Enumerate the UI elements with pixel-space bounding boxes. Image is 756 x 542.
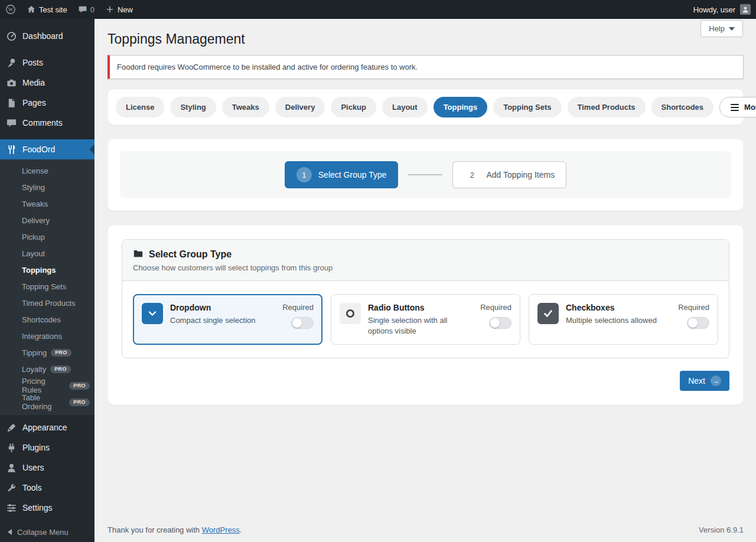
option-card-checkboxes[interactable]: Checkboxes Multiple selections allowed R… [529, 294, 718, 345]
wordpress-link[interactable]: WordPress [202, 525, 240, 534]
tab-layout[interactable]: Layout [382, 97, 428, 117]
sidebar-item-label: Media [22, 78, 45, 87]
sidebar-item-label: Users [22, 463, 44, 472]
sidebar-item-tools[interactable]: Tools [0, 478, 94, 498]
tab-tweaks[interactable]: Tweaks [222, 97, 269, 117]
sidebar-item-pages[interactable]: Pages [0, 93, 94, 113]
sidebar-item-media[interactable]: Media [0, 73, 94, 93]
main-content: Help Toppings Management Foodord require… [94, 19, 756, 542]
settings-sliders-icon [5, 502, 17, 514]
sidebar-subitem-pricing-rules[interactable]: Pricing RulesPRO [0, 377, 94, 394]
tab-delivery[interactable]: Delivery [275, 97, 325, 117]
required-toggle-dropdown[interactable] [291, 317, 314, 329]
comments-icon [5, 117, 17, 129]
tab-topping-sets[interactable]: Topping Sets [493, 97, 561, 117]
current-menu-arrow [89, 144, 94, 155]
toggle-knob [292, 318, 302, 328]
admin-bar-left: W Test site 0 New [0, 0, 138, 19]
menu-separator [0, 46, 94, 53]
sidebar-subitem-table-ordering[interactable]: Table OrderingPRO [0, 394, 94, 410]
sidebar-item-plugins[interactable]: Plugins [0, 437, 94, 458]
step-2-label: Add Topping Items [486, 170, 555, 179]
screen: W Test site 0 New [0, 0, 756, 542]
sidebar-item-foodord[interactable]: FoodOrd [0, 139, 94, 159]
chevron-down-icon [729, 27, 735, 31]
wp-logo-menu[interactable]: W [0, 0, 21, 19]
dashboard-icon [5, 30, 17, 42]
thanks-prefix: Thank you for creating with [107, 525, 202, 534]
user-icon [5, 462, 17, 474]
sidebar-item-users[interactable]: Users [0, 458, 94, 478]
pro-badge: PRO [50, 365, 71, 373]
collapse-arrow-icon [8, 529, 12, 535]
help-button[interactable]: Help [700, 20, 743, 37]
wordpress-logo-icon: W [5, 4, 16, 15]
step-2-add-topping-items[interactable]: 2 Add Topping Items [452, 161, 566, 188]
admin-footer: Thank you for creating with WordPress. V… [107, 525, 744, 542]
sidebar-subitem-tweaks[interactable]: Tweaks [0, 195, 94, 212]
sidebar-subitem-styling[interactable]: Styling [0, 179, 94, 195]
step-1-label: Select Group Type [318, 170, 387, 179]
tab-license[interactable]: License [116, 97, 164, 117]
sidebar-subitem-loyalty[interactable]: LoyaltyPRO [0, 361, 94, 377]
sidebar-subitem-timed-products[interactable]: Timed Products [0, 295, 94, 311]
sidebar: Dashboard Posts Media Pages [0, 19, 94, 542]
user-avatar [740, 4, 751, 15]
page-title: Toppings Management [107, 19, 744, 55]
sidebar-item-label: Appearance [22, 423, 67, 432]
step-2-number: 2 [464, 167, 480, 182]
tab-styling[interactable]: Styling [170, 97, 216, 117]
collapse-menu-button[interactable]: Collapse Menu [0, 522, 94, 542]
sidebar-subitem-delivery[interactable]: Delivery [0, 212, 94, 228]
sidebar-item-posts[interactable]: Posts [0, 53, 94, 73]
sidebar-subitem-license[interactable]: License [0, 162, 94, 179]
sidebar-subitem-topping-sets[interactable]: Topping Sets [0, 278, 94, 295]
thanks-suffix: . [240, 525, 242, 534]
option-card-dropdown[interactable]: Dropdown Compact single selection Requir… [133, 294, 322, 345]
sidebar-item-appearance[interactable]: Appearance [0, 417, 94, 437]
sidebar-subitem-tipping[interactable]: TippingPRO [0, 344, 94, 361]
toggle-knob [490, 318, 500, 328]
site-name-link[interactable]: Test site [21, 0, 73, 19]
step-1-select-group-type[interactable]: 1 Select Group Type [285, 161, 399, 188]
sidebar-item-dashboard[interactable]: Dashboard [0, 26, 94, 46]
tab-pickup[interactable]: Pickup [331, 97, 376, 117]
footer-thanks: Thank you for creating with WordPress. [107, 525, 242, 534]
sidebar-item-settings[interactable]: Settings [0, 498, 94, 518]
required-toggle-radio[interactable] [489, 317, 511, 329]
sidebar-subitem-shortcodes[interactable]: Shortcodes [0, 311, 94, 328]
site-name-label: Test site [39, 5, 67, 14]
option-right: Required [282, 303, 314, 329]
new-content-menu[interactable]: New [100, 0, 138, 19]
tab-shortcodes[interactable]: Shortcodes [651, 97, 714, 117]
tab-toppings[interactable]: Toppings [434, 97, 488, 117]
sidebar-subitem-layout[interactable]: Layout [0, 245, 94, 262]
option-description: Single selection with all options visibl… [368, 315, 473, 336]
sidebar-item-label: Dashboard [22, 31, 63, 41]
sidebar-item-label: Settings [22, 503, 53, 512]
required-label: Required [282, 303, 314, 312]
option-title: Checkboxes [566, 303, 671, 312]
next-label: Next [688, 376, 705, 386]
sidebar-item-label: Posts [22, 58, 43, 67]
sidebar-subitem-pickup[interactable]: Pickup [0, 228, 94, 245]
sidebar-item-label: Comments [22, 118, 63, 128]
menu-separator [0, 133, 94, 139]
required-toggle-checkboxes[interactable] [687, 317, 709, 329]
sidebar-item-comments[interactable]: Comments [0, 113, 94, 133]
settings-tabs: License Styling Tweaks Delivery Pickup L… [107, 89, 744, 125]
tab-timed-products[interactable]: Timed Products [568, 97, 646, 117]
comments-shortcut[interactable]: 0 [73, 0, 100, 19]
howdy-label: Howdy, user [693, 5, 735, 14]
sidebar-subitem-integrations[interactable]: Integrations [0, 328, 94, 344]
more-tabs-button[interactable]: More [719, 97, 756, 117]
option-title: Radio Buttons [368, 303, 473, 312]
radio-button-icon [340, 303, 361, 324]
pro-badge: PRO [69, 382, 90, 390]
next-button[interactable]: Next → [680, 371, 729, 391]
sidebar-subitem-toppings[interactable]: Toppings [0, 262, 94, 278]
howdy-account-menu[interactable]: Howdy, user [688, 0, 756, 19]
admin-bar: W Test site 0 New [0, 0, 756, 19]
sidebar-item-label: Plugins [22, 443, 50, 452]
option-card-radio-buttons[interactable]: Radio Buttons Single selection with all … [331, 294, 520, 345]
